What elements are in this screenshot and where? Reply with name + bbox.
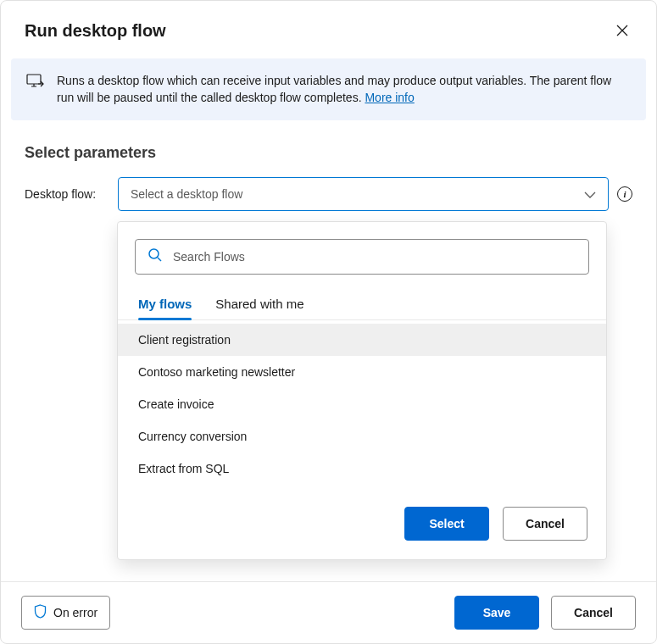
- flow-item[interactable]: Extract from SQL: [118, 452, 606, 485]
- flow-picker-popup: My flows Shared with me Client registrat…: [117, 221, 607, 560]
- run-desktop-flow-dialog: Run desktop flow Runs a desktop flow whi…: [0, 0, 657, 644]
- more-info-link[interactable]: More info: [365, 91, 414, 104]
- cancel-button[interactable]: Cancel: [551, 596, 636, 630]
- select-button[interactable]: Select: [404, 507, 489, 541]
- close-button[interactable]: [612, 21, 632, 42]
- info-bar: Runs a desktop flow which can receive in…: [11, 58, 646, 120]
- tab-my-flows[interactable]: My flows: [138, 290, 192, 319]
- desktop-flow-icon: [26, 74, 45, 92]
- search-icon: [148, 247, 163, 266]
- save-button[interactable]: Save: [454, 596, 539, 630]
- info-text-body: Runs a desktop flow which can receive in…: [57, 74, 611, 104]
- on-error-label: On error: [53, 606, 97, 619]
- info-text: Runs a desktop flow which can receive in…: [57, 72, 631, 107]
- flow-item[interactable]: Currency conversion: [118, 420, 606, 452]
- flow-list: Client registration Contoso marketing ne…: [118, 324, 606, 485]
- desktop-flow-field: Desktop flow: Select a desktop flow i: [1, 177, 656, 211]
- chevron-down-icon: [584, 186, 596, 202]
- tabs: My flows Shared with me: [118, 290, 606, 320]
- svg-rect-0: [27, 75, 41, 84]
- info-icon[interactable]: i: [617, 186, 632, 202]
- dialog-footer: On error Save Cancel: [1, 581, 656, 643]
- dialog-header: Run desktop flow: [1, 1, 656, 52]
- tab-shared-with-me[interactable]: Shared with me: [215, 290, 303, 319]
- shield-icon: [34, 604, 47, 621]
- popup-cancel-button[interactable]: Cancel: [503, 507, 587, 541]
- svg-point-1: [149, 249, 159, 258]
- flow-item[interactable]: Client registration: [118, 324, 606, 356]
- popup-actions: Select Cancel: [118, 485, 606, 541]
- search-field[interactable]: [135, 239, 589, 275]
- close-icon: [616, 25, 628, 39]
- flow-item[interactable]: Contoso marketing newsletter: [118, 356, 606, 388]
- flow-item[interactable]: Create invoice: [118, 388, 606, 420]
- desktop-flow-label: Desktop flow:: [25, 187, 109, 201]
- section-title: Select parameters: [25, 144, 632, 162]
- footer-actions: Save Cancel: [454, 596, 636, 630]
- desktop-flow-dropdown[interactable]: Select a desktop flow: [118, 177, 609, 211]
- dropdown-placeholder: Select a desktop flow: [131, 187, 242, 201]
- on-error-button[interactable]: On error: [21, 596, 110, 630]
- search-input[interactable]: [173, 250, 576, 264]
- dialog-title: Run desktop flow: [25, 21, 166, 41]
